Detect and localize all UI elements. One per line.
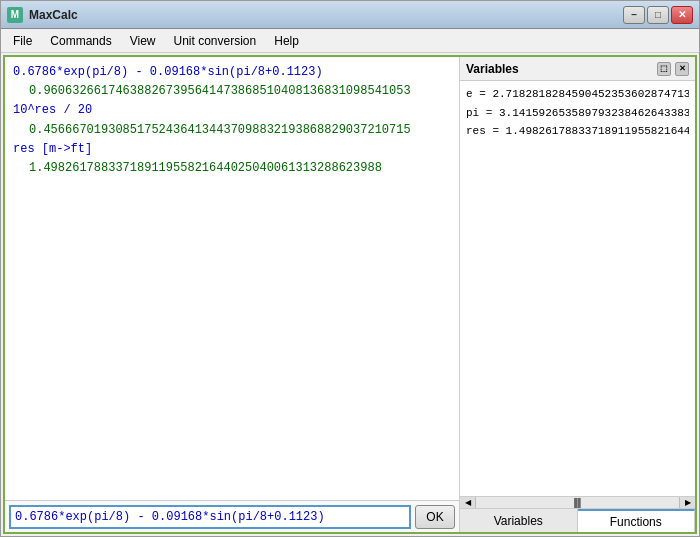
- result-line-1: 0.96063266174638826739564147386851040813…: [13, 82, 451, 101]
- tab-functions[interactable]: Functions: [578, 509, 696, 532]
- vars-tabs: Variables Functions: [460, 508, 695, 532]
- horizontal-scrollbar: ◀ ▐▌ ▶: [460, 496, 695, 508]
- variables-header: Variables ⬚ ✕: [460, 57, 695, 81]
- calc-panel: 0.6786*exp(pi/8) - 0.09168*sin(pi/8+0.11…: [5, 57, 460, 532]
- result-line-3: 1.49826178833718911955821644025040061313…: [13, 159, 451, 178]
- window-title: MaxCalc: [29, 8, 623, 22]
- close-button[interactable]: ✕: [671, 6, 693, 24]
- app-window: M MaxCalc – □ ✕ File Commands View Unit …: [0, 0, 700, 537]
- maximize-button[interactable]: □: [647, 6, 669, 24]
- vars-header-icons: ⬚ ✕: [657, 62, 689, 76]
- expr-line-3: res [m->ft]: [13, 140, 451, 159]
- expr-line-1: 0.6786*exp(pi/8) - 0.09168*sin(pi/8+0.11…: [13, 63, 451, 82]
- window-controls: – □ ✕: [623, 6, 693, 24]
- calc-output: 0.6786*exp(pi/8) - 0.09168*sin(pi/8+0.11…: [5, 57, 459, 500]
- scroll-right-btn[interactable]: ▶: [679, 497, 695, 509]
- tab-variables[interactable]: Variables: [460, 509, 578, 532]
- scroll-track[interactable]: ▐▌: [476, 497, 679, 509]
- menu-bar: File Commands View Unit conversion Help: [1, 29, 699, 53]
- variables-panel: Variables ⬚ ✕ e = 2.71828182845904523536…: [460, 57, 695, 532]
- title-bar: M MaxCalc – □ ✕: [1, 1, 699, 29]
- expr-line-2: 10^res / 20: [13, 101, 451, 120]
- menu-commands[interactable]: Commands: [42, 31, 119, 51]
- vars-icon-1[interactable]: ⬚: [657, 62, 671, 76]
- ok-button[interactable]: OK: [415, 505, 455, 529]
- variables-content: e = 2.7182818284590452353602874713526624…: [460, 81, 695, 496]
- scroll-left-btn[interactable]: ◀: [460, 497, 476, 509]
- var-pi: pi = 3.141592653589793238462643383279502…: [466, 104, 689, 123]
- result-line-2: 0.45666701930851752436413443709883219386…: [13, 121, 451, 140]
- menu-view[interactable]: View: [122, 31, 164, 51]
- menu-help[interactable]: Help: [266, 31, 307, 51]
- main-content: 0.6786*exp(pi/8) - 0.09168*sin(pi/8+0.11…: [3, 55, 697, 534]
- var-e: e = 2.7182818284590452353602874713526624…: [466, 85, 689, 104]
- var-res: res = 1.49826178833718911955821644025040…: [466, 122, 689, 141]
- variables-title: Variables: [466, 62, 519, 76]
- app-icon: M: [7, 7, 23, 23]
- vars-icon-2[interactable]: ✕: [675, 62, 689, 76]
- calc-input[interactable]: [9, 505, 411, 529]
- menu-file[interactable]: File: [5, 31, 40, 51]
- input-row: OK: [5, 500, 459, 532]
- menu-unit-conversion[interactable]: Unit conversion: [166, 31, 265, 51]
- minimize-button[interactable]: –: [623, 6, 645, 24]
